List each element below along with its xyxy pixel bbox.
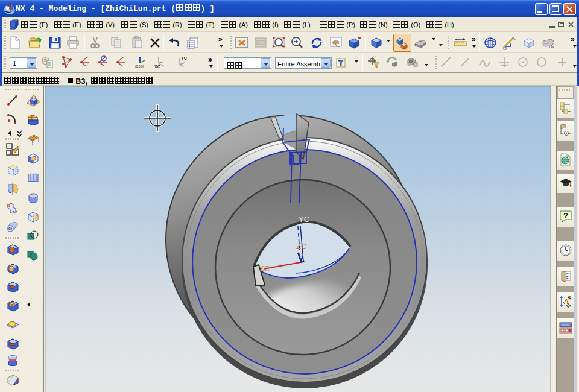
- svg-text:?????: ?????: [561, 323, 569, 327]
- svg-text:YC: YC: [299, 215, 309, 224]
- svg-text:YC: YC: [181, 56, 187, 60]
- svg-text:?: ?: [563, 211, 568, 220]
- svg-text:ZC: ZC: [296, 242, 306, 251]
- svg-text:(0,0,0): (0,0,0): [135, 65, 144, 68]
- svg-text:XC: XC: [259, 264, 270, 273]
- svg-text:XC: XC: [154, 65, 160, 69]
